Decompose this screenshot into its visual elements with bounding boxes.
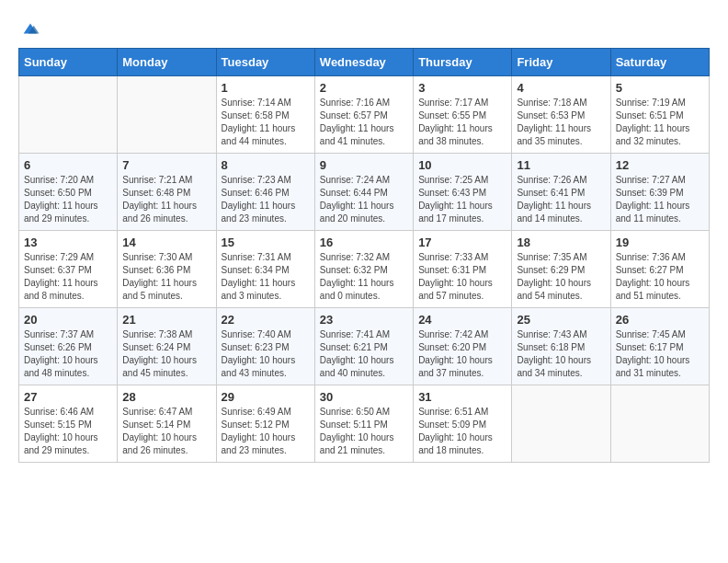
calendar-cell bbox=[512, 385, 610, 463]
day-number: 27 bbox=[24, 390, 112, 404]
column-header-thursday: Thursday bbox=[414, 49, 512, 76]
day-detail: Sunrise: 7:14 AMSunset: 6:58 PMDaylight:… bbox=[222, 97, 310, 148]
day-number: 23 bbox=[320, 313, 408, 327]
calendar-week-row: 13Sunrise: 7:29 AMSunset: 6:37 PMDayligh… bbox=[19, 231, 710, 308]
day-detail: Sunrise: 6:46 AMSunset: 5:15 PMDaylight:… bbox=[24, 406, 112, 457]
day-number: 10 bbox=[418, 158, 506, 172]
day-detail: Sunrise: 6:49 AMSunset: 5:12 PMDaylight:… bbox=[222, 406, 310, 457]
calendar-cell: 28Sunrise: 6:47 AMSunset: 5:14 PMDayligh… bbox=[118, 385, 216, 463]
day-detail: Sunrise: 7:24 AMSunset: 6:44 PMDaylight:… bbox=[320, 174, 408, 225]
logo-icon bbox=[20, 18, 40, 39]
day-detail: Sunrise: 7:20 AMSunset: 6:50 PMDaylight:… bbox=[24, 174, 112, 225]
calendar-cell bbox=[118, 76, 216, 154]
calendar-cell: 19Sunrise: 7:36 AMSunset: 6:27 PMDayligh… bbox=[610, 231, 709, 308]
calendar-cell: 10Sunrise: 7:25 AMSunset: 6:43 PMDayligh… bbox=[414, 154, 512, 231]
calendar-cell: 16Sunrise: 7:32 AMSunset: 6:32 PMDayligh… bbox=[314, 231, 413, 308]
calendar-cell: 31Sunrise: 6:51 AMSunset: 5:09 PMDayligh… bbox=[414, 385, 512, 463]
day-number: 5 bbox=[616, 81, 704, 95]
day-number: 2 bbox=[320, 81, 408, 95]
calendar-cell: 5Sunrise: 7:19 AMSunset: 6:51 PMDaylight… bbox=[610, 76, 709, 154]
day-detail: Sunrise: 7:16 AMSunset: 6:57 PMDaylight:… bbox=[320, 97, 408, 148]
day-number: 6 bbox=[24, 158, 112, 172]
day-detail: Sunrise: 7:18 AMSunset: 6:53 PMDaylight:… bbox=[517, 97, 605, 148]
day-number: 21 bbox=[122, 313, 210, 327]
day-detail: Sunrise: 7:37 AMSunset: 6:26 PMDaylight:… bbox=[24, 328, 112, 380]
day-detail: Sunrise: 7:35 AMSunset: 6:29 PMDaylight:… bbox=[517, 251, 605, 303]
day-number: 24 bbox=[418, 313, 506, 327]
day-number: 3 bbox=[418, 81, 506, 95]
calendar-table: SundayMondayTuesdayWednesdayThursdayFrid… bbox=[18, 48, 710, 463]
day-detail: Sunrise: 7:43 AMSunset: 6:18 PMDaylight:… bbox=[517, 328, 605, 380]
day-number: 29 bbox=[222, 390, 310, 404]
calendar-cell: 18Sunrise: 7:35 AMSunset: 6:29 PMDayligh… bbox=[512, 231, 610, 308]
calendar-cell: 22Sunrise: 7:40 AMSunset: 6:23 PMDayligh… bbox=[216, 308, 314, 385]
calendar-cell: 8Sunrise: 7:23 AMSunset: 6:46 PMDaylight… bbox=[216, 154, 314, 231]
calendar-cell: 26Sunrise: 7:45 AMSunset: 6:17 PMDayligh… bbox=[610, 308, 709, 385]
day-detail: Sunrise: 7:38 AMSunset: 6:24 PMDaylight:… bbox=[122, 328, 210, 380]
day-detail: Sunrise: 7:41 AMSunset: 6:21 PMDaylight:… bbox=[320, 328, 408, 380]
day-number: 22 bbox=[222, 313, 310, 327]
calendar-cell: 17Sunrise: 7:33 AMSunset: 6:31 PMDayligh… bbox=[414, 231, 512, 308]
calendar-cell bbox=[19, 76, 118, 154]
day-number: 30 bbox=[320, 390, 408, 404]
page-header bbox=[18, 18, 710, 33]
day-detail: Sunrise: 7:25 AMSunset: 6:43 PMDaylight:… bbox=[418, 174, 506, 225]
day-detail: Sunrise: 7:19 AMSunset: 6:51 PMDaylight:… bbox=[616, 97, 704, 148]
calendar-cell: 12Sunrise: 7:27 AMSunset: 6:39 PMDayligh… bbox=[610, 154, 709, 231]
calendar-header-row: SundayMondayTuesdayWednesdayThursdayFrid… bbox=[19, 49, 710, 76]
calendar-cell: 11Sunrise: 7:26 AMSunset: 6:41 PMDayligh… bbox=[512, 154, 610, 231]
calendar-cell: 2Sunrise: 7:16 AMSunset: 6:57 PMDaylight… bbox=[314, 76, 413, 154]
day-number: 8 bbox=[222, 158, 310, 172]
day-number: 28 bbox=[122, 390, 210, 404]
day-number: 17 bbox=[418, 236, 506, 249]
logo bbox=[18, 18, 40, 33]
calendar-cell: 4Sunrise: 7:18 AMSunset: 6:53 PMDaylight… bbox=[512, 76, 610, 154]
day-detail: Sunrise: 7:21 AMSunset: 6:48 PMDaylight:… bbox=[122, 174, 210, 225]
calendar-cell: 14Sunrise: 7:30 AMSunset: 6:36 PMDayligh… bbox=[118, 231, 216, 308]
day-detail: Sunrise: 7:31 AMSunset: 6:34 PMDaylight:… bbox=[222, 251, 310, 303]
day-number: 13 bbox=[24, 236, 112, 249]
calendar-cell: 13Sunrise: 7:29 AMSunset: 6:37 PMDayligh… bbox=[19, 231, 118, 308]
day-detail: Sunrise: 7:27 AMSunset: 6:39 PMDaylight:… bbox=[616, 174, 704, 225]
day-detail: Sunrise: 7:30 AMSunset: 6:36 PMDaylight:… bbox=[122, 251, 210, 303]
day-detail: Sunrise: 6:47 AMSunset: 5:14 PMDaylight:… bbox=[122, 406, 210, 457]
calendar-cell: 15Sunrise: 7:31 AMSunset: 6:34 PMDayligh… bbox=[216, 231, 314, 308]
calendar-week-row: 6Sunrise: 7:20 AMSunset: 6:50 PMDaylight… bbox=[19, 154, 710, 231]
day-detail: Sunrise: 6:51 AMSunset: 5:09 PMDaylight:… bbox=[418, 406, 506, 457]
column-header-saturday: Saturday bbox=[610, 49, 709, 76]
calendar-cell: 20Sunrise: 7:37 AMSunset: 6:26 PMDayligh… bbox=[19, 308, 118, 385]
day-detail: Sunrise: 7:45 AMSunset: 6:17 PMDaylight:… bbox=[616, 328, 704, 380]
day-detail: Sunrise: 7:23 AMSunset: 6:46 PMDaylight:… bbox=[222, 174, 310, 225]
day-detail: Sunrise: 7:33 AMSunset: 6:31 PMDaylight:… bbox=[418, 251, 506, 303]
day-detail: Sunrise: 7:42 AMSunset: 6:20 PMDaylight:… bbox=[418, 328, 506, 380]
column-header-sunday: Sunday bbox=[19, 49, 118, 76]
calendar-week-row: 20Sunrise: 7:37 AMSunset: 6:26 PMDayligh… bbox=[19, 308, 710, 385]
day-number: 14 bbox=[122, 236, 210, 249]
calendar-week-row: 1Sunrise: 7:14 AMSunset: 6:58 PMDaylight… bbox=[19, 76, 710, 154]
day-detail: Sunrise: 7:32 AMSunset: 6:32 PMDaylight:… bbox=[320, 251, 408, 303]
day-number: 31 bbox=[418, 390, 506, 404]
calendar-cell: 27Sunrise: 6:46 AMSunset: 5:15 PMDayligh… bbox=[19, 385, 118, 463]
column-header-friday: Friday bbox=[512, 49, 610, 76]
calendar-week-row: 27Sunrise: 6:46 AMSunset: 5:15 PMDayligh… bbox=[19, 385, 710, 463]
day-number: 15 bbox=[222, 236, 310, 249]
day-number: 26 bbox=[616, 313, 704, 327]
day-number: 18 bbox=[517, 236, 605, 249]
calendar-cell: 3Sunrise: 7:17 AMSunset: 6:55 PMDaylight… bbox=[414, 76, 512, 154]
calendar-cell: 24Sunrise: 7:42 AMSunset: 6:20 PMDayligh… bbox=[414, 308, 512, 385]
day-number: 25 bbox=[517, 313, 605, 327]
day-detail: Sunrise: 7:29 AMSunset: 6:37 PMDaylight:… bbox=[24, 251, 112, 303]
day-detail: Sunrise: 7:36 AMSunset: 6:27 PMDaylight:… bbox=[616, 251, 704, 303]
calendar-cell: 25Sunrise: 7:43 AMSunset: 6:18 PMDayligh… bbox=[512, 308, 610, 385]
day-number: 16 bbox=[320, 236, 408, 249]
day-number: 1 bbox=[222, 81, 310, 95]
calendar-cell: 30Sunrise: 6:50 AMSunset: 5:11 PMDayligh… bbox=[314, 385, 413, 463]
day-number: 11 bbox=[517, 158, 605, 172]
calendar-cell: 7Sunrise: 7:21 AMSunset: 6:48 PMDaylight… bbox=[118, 154, 216, 231]
calendar-cell: 21Sunrise: 7:38 AMSunset: 6:24 PMDayligh… bbox=[118, 308, 216, 385]
column-header-tuesday: Tuesday bbox=[216, 49, 314, 76]
calendar-cell: 23Sunrise: 7:41 AMSunset: 6:21 PMDayligh… bbox=[314, 308, 413, 385]
calendar-cell: 29Sunrise: 6:49 AMSunset: 5:12 PMDayligh… bbox=[216, 385, 314, 463]
calendar-cell: 6Sunrise: 7:20 AMSunset: 6:50 PMDaylight… bbox=[19, 154, 118, 231]
day-number: 4 bbox=[517, 81, 605, 95]
